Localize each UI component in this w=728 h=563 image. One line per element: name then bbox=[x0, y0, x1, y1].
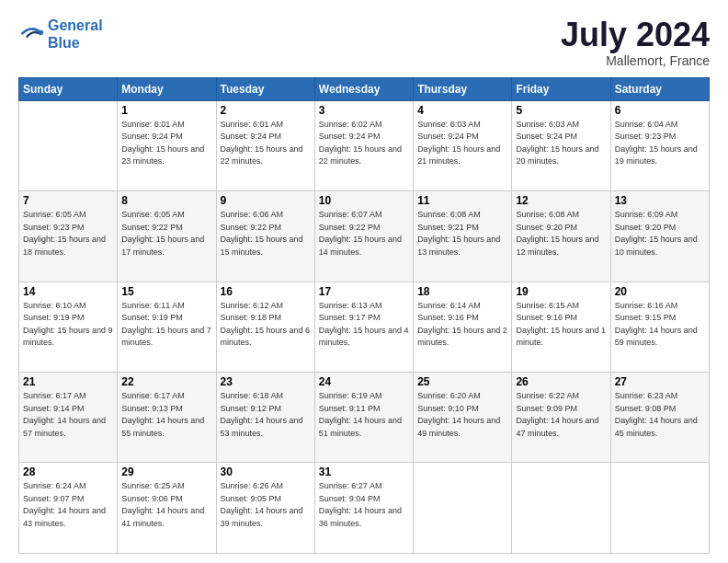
day-number: 6 bbox=[615, 104, 705, 117]
day-number: 19 bbox=[516, 285, 606, 298]
day-number: 21 bbox=[23, 375, 113, 388]
svg-point-1 bbox=[39, 30, 43, 35]
logo-blue: Blue bbox=[48, 35, 80, 51]
table-row: 27 Sunrise: 6:23 AMSunset: 9:08 PMDaylig… bbox=[610, 373, 709, 463]
day-detail: Sunrise: 6:05 AMSunset: 9:23 PMDaylight:… bbox=[23, 209, 113, 259]
day-number: 4 bbox=[417, 104, 507, 117]
day-detail: Sunrise: 6:10 AMSunset: 9:19 PMDaylight:… bbox=[23, 300, 113, 350]
header-sunday: Sunday bbox=[19, 77, 118, 100]
header-monday: Monday bbox=[118, 77, 216, 100]
day-detail: Sunrise: 6:13 AMSunset: 9:17 PMDaylight:… bbox=[319, 300, 409, 350]
table-row: 22 Sunrise: 6:17 AMSunset: 9:13 PMDaylig… bbox=[118, 373, 216, 463]
table-row: 7 Sunrise: 6:05 AMSunset: 9:23 PMDayligh… bbox=[19, 191, 118, 282]
day-number: 13 bbox=[615, 194, 705, 207]
day-number: 22 bbox=[121, 375, 211, 388]
day-number: 3 bbox=[319, 104, 409, 117]
table-row: 16 Sunrise: 6:12 AMSunset: 9:18 PMDaylig… bbox=[216, 282, 314, 372]
day-detail: Sunrise: 6:17 AMSunset: 9:13 PMDaylight:… bbox=[121, 390, 211, 440]
day-detail: Sunrise: 6:25 AMSunset: 9:06 PMDaylight:… bbox=[121, 480, 211, 530]
day-detail: Sunrise: 6:08 AMSunset: 9:21 PMDaylight:… bbox=[417, 209, 507, 259]
table-row: 18 Sunrise: 6:14 AMSunset: 9:16 PMDaylig… bbox=[414, 282, 512, 372]
table-row: 24 Sunrise: 6:19 AMSunset: 9:11 PMDaylig… bbox=[314, 373, 413, 463]
day-number: 24 bbox=[319, 375, 409, 388]
day-detail: Sunrise: 6:11 AMSunset: 9:19 PMDaylight:… bbox=[121, 300, 211, 350]
table-row: 1 Sunrise: 6:01 AMSunset: 9:24 PMDayligh… bbox=[118, 100, 216, 190]
day-detail: Sunrise: 6:23 AMSunset: 9:08 PMDaylight:… bbox=[615, 390, 705, 440]
day-number: 23 bbox=[221, 375, 311, 388]
table-row: 2 Sunrise: 6:01 AMSunset: 9:24 PMDayligh… bbox=[216, 100, 314, 190]
day-number: 2 bbox=[221, 104, 311, 117]
table-row: 14 Sunrise: 6:10 AMSunset: 9:19 PMDaylig… bbox=[19, 282, 118, 372]
table-row bbox=[610, 463, 709, 554]
table-row: 13 Sunrise: 6:09 AMSunset: 9:20 PMDaylig… bbox=[610, 191, 709, 282]
table-row: 12 Sunrise: 6:08 AMSunset: 9:20 PMDaylig… bbox=[512, 191, 610, 282]
table-row bbox=[19, 100, 118, 190]
table-row: 9 Sunrise: 6:06 AMSunset: 9:22 PMDayligh… bbox=[216, 191, 314, 282]
day-number: 20 bbox=[615, 285, 705, 298]
page: General Blue July 2024 Mallemort, France… bbox=[0, 0, 728, 563]
day-number: 17 bbox=[319, 285, 409, 298]
calendar-table: Sunday Monday Tuesday Wednesday Thursday… bbox=[18, 77, 710, 554]
logo-general: General bbox=[48, 17, 103, 33]
table-row: 3 Sunrise: 6:02 AMSunset: 9:24 PMDayligh… bbox=[314, 100, 413, 190]
day-detail: Sunrise: 6:17 AMSunset: 9:14 PMDaylight:… bbox=[23, 390, 113, 440]
day-detail: Sunrise: 6:02 AMSunset: 9:24 PMDaylight:… bbox=[319, 119, 409, 168]
table-row bbox=[414, 463, 512, 554]
calendar-week-row: 7 Sunrise: 6:05 AMSunset: 9:23 PMDayligh… bbox=[19, 191, 710, 282]
table-row: 4 Sunrise: 6:03 AMSunset: 9:24 PMDayligh… bbox=[414, 100, 512, 190]
day-detail: Sunrise: 6:01 AMSunset: 9:24 PMDaylight:… bbox=[121, 119, 211, 168]
table-row: 29 Sunrise: 6:25 AMSunset: 9:06 PMDaylig… bbox=[118, 463, 216, 554]
day-number: 25 bbox=[417, 375, 507, 388]
day-number: 15 bbox=[121, 285, 211, 298]
table-row: 10 Sunrise: 6:07 AMSunset: 9:22 PMDaylig… bbox=[314, 191, 413, 282]
day-number: 16 bbox=[221, 285, 311, 298]
day-detail: Sunrise: 6:03 AMSunset: 9:24 PMDaylight:… bbox=[516, 119, 606, 168]
location: Mallemort, France bbox=[561, 53, 710, 68]
day-number: 8 bbox=[121, 194, 211, 207]
day-number: 12 bbox=[516, 194, 606, 207]
day-detail: Sunrise: 6:04 AMSunset: 9:23 PMDaylight:… bbox=[615, 119, 705, 168]
table-row: 11 Sunrise: 6:08 AMSunset: 9:21 PMDaylig… bbox=[414, 191, 512, 282]
header-friday: Friday bbox=[512, 77, 610, 100]
day-detail: Sunrise: 6:22 AMSunset: 9:09 PMDaylight:… bbox=[516, 390, 606, 440]
header: General Blue July 2024 Mallemort, France bbox=[18, 17, 710, 68]
day-detail: Sunrise: 6:01 AMSunset: 9:24 PMDaylight:… bbox=[221, 119, 311, 168]
day-detail: Sunrise: 6:15 AMSunset: 9:16 PMDaylight:… bbox=[516, 300, 606, 350]
day-detail: Sunrise: 6:14 AMSunset: 9:16 PMDaylight:… bbox=[417, 300, 507, 350]
calendar-week-row: 28 Sunrise: 6:24 AMSunset: 9:07 PMDaylig… bbox=[19, 463, 710, 554]
day-detail: Sunrise: 6:08 AMSunset: 9:20 PMDaylight:… bbox=[516, 209, 606, 259]
day-number: 5 bbox=[516, 104, 606, 117]
table-row: 26 Sunrise: 6:22 AMSunset: 9:09 PMDaylig… bbox=[512, 373, 610, 463]
day-number: 10 bbox=[319, 194, 409, 207]
table-row bbox=[512, 463, 610, 554]
table-row: 30 Sunrise: 6:26 AMSunset: 9:05 PMDaylig… bbox=[216, 463, 314, 554]
header-thursday: Thursday bbox=[414, 77, 512, 100]
table-row: 21 Sunrise: 6:17 AMSunset: 9:14 PMDaylig… bbox=[19, 373, 118, 463]
logo-text: General Blue bbox=[48, 17, 103, 52]
calendar-week-row: 14 Sunrise: 6:10 AMSunset: 9:19 PMDaylig… bbox=[19, 282, 710, 372]
logo-icon bbox=[18, 21, 44, 47]
day-number: 1 bbox=[121, 104, 211, 117]
header-tuesday: Tuesday bbox=[216, 77, 314, 100]
day-detail: Sunrise: 6:12 AMSunset: 9:18 PMDaylight:… bbox=[221, 300, 311, 350]
table-row: 5 Sunrise: 6:03 AMSunset: 9:24 PMDayligh… bbox=[512, 100, 610, 190]
day-detail: Sunrise: 6:20 AMSunset: 9:10 PMDaylight:… bbox=[417, 390, 507, 440]
table-row: 6 Sunrise: 6:04 AMSunset: 9:23 PMDayligh… bbox=[610, 100, 709, 190]
day-detail: Sunrise: 6:09 AMSunset: 9:20 PMDaylight:… bbox=[615, 209, 705, 259]
header-saturday: Saturday bbox=[610, 77, 709, 100]
calendar-week-row: 21 Sunrise: 6:17 AMSunset: 9:14 PMDaylig… bbox=[19, 373, 710, 463]
day-number: 28 bbox=[23, 465, 113, 478]
day-detail: Sunrise: 6:05 AMSunset: 9:22 PMDaylight:… bbox=[121, 209, 211, 259]
day-detail: Sunrise: 6:16 AMSunset: 9:15 PMDaylight:… bbox=[615, 300, 705, 350]
table-row: 15 Sunrise: 6:11 AMSunset: 9:19 PMDaylig… bbox=[118, 282, 216, 372]
calendar-week-row: 1 Sunrise: 6:01 AMSunset: 9:24 PMDayligh… bbox=[19, 100, 710, 190]
table-row: 19 Sunrise: 6:15 AMSunset: 9:16 PMDaylig… bbox=[512, 282, 610, 372]
day-detail: Sunrise: 6:24 AMSunset: 9:07 PMDaylight:… bbox=[23, 480, 113, 530]
month-title: July 2024 bbox=[561, 17, 710, 53]
table-row: 28 Sunrise: 6:24 AMSunset: 9:07 PMDaylig… bbox=[19, 463, 118, 554]
table-row: 25 Sunrise: 6:20 AMSunset: 9:10 PMDaylig… bbox=[414, 373, 512, 463]
table-row: 20 Sunrise: 6:16 AMSunset: 9:15 PMDaylig… bbox=[610, 282, 709, 372]
title-block: July 2024 Mallemort, France bbox=[561, 17, 710, 68]
day-detail: Sunrise: 6:07 AMSunset: 9:22 PMDaylight:… bbox=[319, 209, 409, 259]
day-detail: Sunrise: 6:26 AMSunset: 9:05 PMDaylight:… bbox=[221, 480, 311, 530]
